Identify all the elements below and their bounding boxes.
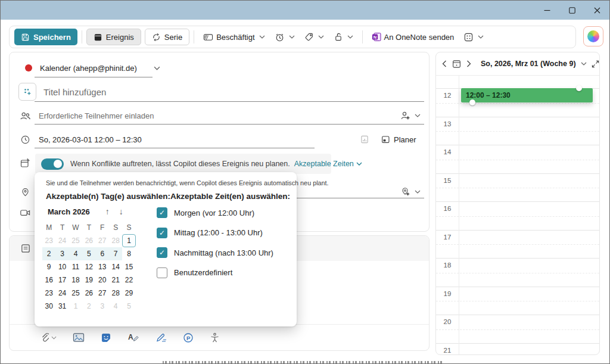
calendar-day[interactable]: 29	[122, 287, 135, 300]
attendees-input[interactable]: Erforderliche Teilnehmer einladen	[39, 111, 154, 120]
acceptable-times-link[interactable]: Akzeptable Zeiten	[294, 160, 362, 168]
categories-dropdown[interactable]	[300, 32, 329, 42]
attach-file-button[interactable]	[41, 332, 57, 343]
checkbox[interactable]: ✓	[157, 207, 167, 218]
calendar-day[interactable]: 17	[55, 273, 69, 287]
calendar-day[interactable]: 3	[96, 300, 109, 313]
loop-component-button[interactable]: P	[183, 332, 194, 343]
calendar-day[interactable]: 23	[42, 234, 55, 247]
insert-emoji-button[interactable]	[101, 332, 111, 343]
calendar-day[interactable]: 11	[69, 260, 82, 273]
event-resize-handle-bottom[interactable]	[469, 99, 475, 105]
calendar-day[interactable]: 27	[96, 287, 109, 300]
calendar-day[interactable]: 14	[109, 260, 122, 273]
calendar-day[interactable]: 26	[82, 287, 95, 300]
sensitivity-dropdown[interactable]	[329, 32, 358, 42]
accessibility-checker-button[interactable]	[210, 332, 220, 343]
time-option[interactable]: Benutzerdefiniert	[157, 266, 273, 280]
next-day-button[interactable]	[466, 60, 471, 67]
calendar-day[interactable]: 25	[69, 234, 82, 247]
copilot-button[interactable]	[583, 26, 603, 46]
insert-picture-button[interactable]	[73, 332, 85, 343]
calendar-day[interactable]: 24	[55, 287, 69, 300]
apps-dropdown[interactable]	[459, 32, 488, 42]
time-option[interactable]: ✓Nachmittag (nach 13:00 Uhr)	[157, 245, 273, 260]
busy-status-dropdown[interactable]: Beschäftigt	[198, 33, 269, 42]
calendar-event[interactable]: 12:00 – 12:30	[461, 88, 593, 102]
checkbox[interactable]: ✓	[157, 228, 167, 238]
calendar-day[interactable]: 20	[96, 273, 109, 287]
calendar-day[interactable]: 5	[82, 247, 95, 260]
hour-row[interactable]: 15	[436, 173, 599, 202]
attendee-options-button[interactable]	[400, 111, 421, 120]
day-preview-date[interactable]: So, 2026, Mrz 01 (Woche 9)	[481, 60, 576, 68]
location-options-button[interactable]	[400, 187, 421, 197]
calendar-day[interactable]: 26	[82, 234, 95, 247]
draw-button[interactable]	[155, 332, 167, 343]
chevron-down-icon[interactable]	[581, 62, 587, 66]
calendar-day[interactable]: 4	[69, 247, 82, 260]
maximize-button[interactable]	[559, 1, 584, 20]
event-type-button[interactable]: Ereignis	[86, 29, 141, 45]
checkbox[interactable]	[157, 267, 167, 278]
save-button[interactable]: Speichern	[14, 29, 77, 45]
planner-button[interactable]: Planer	[381, 135, 416, 144]
calendar-day[interactable]: 28	[109, 234, 122, 247]
event-resize-handle-top[interactable]	[576, 85, 582, 91]
calendar-day[interactable]: 6	[96, 247, 109, 260]
time-option[interactable]: ✓Morgen (vor 12:00 Uhr)	[157, 206, 273, 220]
calendar-day[interactable]: 18	[69, 273, 82, 287]
month-label[interactable]: March 2026	[48, 207, 90, 216]
checkbox[interactable]: ✓	[157, 247, 167, 258]
series-button[interactable]: Serie	[145, 29, 189, 45]
hour-row[interactable]: 17	[436, 230, 599, 259]
calendar-day[interactable]: 1	[122, 234, 135, 247]
expand-panel-button[interactable]	[592, 60, 599, 68]
calendar-day[interactable]: 21	[109, 273, 122, 287]
calendar-day[interactable]: 31	[55, 300, 69, 313]
calendar-day[interactable]: 22	[122, 273, 135, 287]
today-calendar-icon[interactable]	[452, 59, 462, 69]
hour-row[interactable]: 19	[436, 287, 599, 315]
hour-row[interactable]: 18	[436, 258, 599, 287]
calendar-day[interactable]: 27	[96, 234, 109, 247]
previous-month-button[interactable]: ↑	[105, 207, 110, 216]
previous-day-button[interactable]	[442, 60, 447, 67]
calendar-day[interactable]: 25	[69, 287, 82, 300]
hour-row[interactable]: 13	[436, 117, 599, 145]
calendar-day[interactable]: 19	[82, 273, 95, 287]
calendar-selector-row[interactable]: Kalender (ahepp@phinit.de)	[10, 58, 429, 77]
calendar-day[interactable]: 2	[82, 300, 95, 313]
calendar-day[interactable]: 7	[109, 247, 122, 260]
close-button[interactable]	[584, 1, 609, 20]
calendar-day[interactable]: 2	[42, 247, 55, 260]
calendar-day[interactable]: 4	[109, 300, 122, 313]
chevron-down-icon[interactable]	[154, 66, 160, 70]
calendar-day[interactable]: 12	[82, 260, 95, 273]
calendar-day[interactable]: 23	[42, 287, 55, 300]
ink-editor-button[interactable]: A	[127, 332, 139, 343]
reminder-dropdown[interactable]	[270, 32, 300, 42]
next-month-button[interactable]: ↓	[119, 207, 123, 216]
calendar-day[interactable]: 28	[109, 287, 122, 300]
calendar-day[interactable]: 30	[42, 300, 55, 313]
copilot-reschedule-toggle[interactable]	[41, 158, 64, 170]
event-emoji-picker-button[interactable]	[18, 83, 36, 101]
hour-row[interactable]: 14	[436, 145, 599, 173]
title-input[interactable]: Titel hinzufügen	[43, 87, 106, 97]
calendar-day[interactable]: 9	[42, 260, 55, 273]
hour-row[interactable]: 21	[436, 343, 599, 355]
calendar-day[interactable]: 15	[122, 260, 135, 273]
calendar-day[interactable]: 8	[122, 247, 135, 260]
minimize-button[interactable]	[534, 1, 559, 20]
calendar-day[interactable]: 16	[42, 273, 55, 287]
calendar-day[interactable]: 10	[55, 260, 69, 273]
calendar-day[interactable]: 3	[55, 247, 69, 260]
hour-row[interactable]: 16	[436, 201, 599, 230]
calendar-day[interactable]: 13	[96, 260, 109, 273]
calendar-day[interactable]: 5	[122, 300, 135, 313]
datetime-value[interactable]: So, 2026-03-01 12:00 – 12:30	[39, 135, 142, 144]
calendar-selector-value[interactable]: Kalender (ahepp@phinit.de)	[40, 64, 137, 73]
time-option[interactable]: ✓Mittag (12:00 - 13:00 Uhr)	[157, 226, 273, 240]
calendar-day[interactable]: 1	[69, 300, 82, 313]
